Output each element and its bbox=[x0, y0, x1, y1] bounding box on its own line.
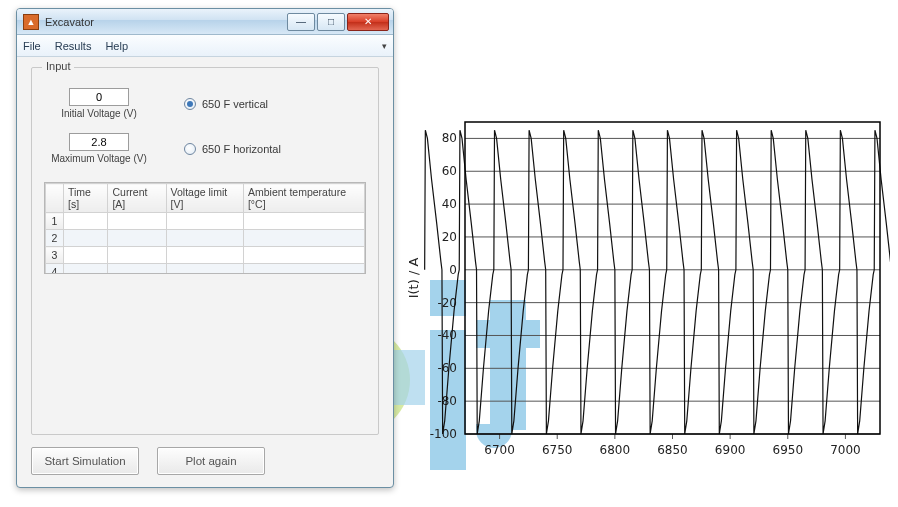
svg-text:6800: 6800 bbox=[600, 443, 631, 457]
minimize-button[interactable]: — bbox=[287, 13, 315, 31]
start-simulation-button[interactable]: Start Simulation bbox=[31, 447, 139, 475]
maximize-button[interactable]: □ bbox=[317, 13, 345, 31]
param-table[interactable]: Time [s]Current [A]Voltage limit [V]Ambi… bbox=[44, 182, 366, 274]
close-button[interactable]: ✕ bbox=[347, 13, 389, 31]
svg-text:0: 0 bbox=[449, 263, 457, 277]
input-group: Input Initial Voltage (V) 650 F vertical bbox=[31, 67, 379, 435]
radio-horizontal-label: 650 F horizontal bbox=[202, 143, 281, 155]
svg-text:6900: 6900 bbox=[715, 443, 746, 457]
svg-text:6850: 6850 bbox=[657, 443, 688, 457]
radio-horizontal[interactable]: 650 F horizontal bbox=[184, 143, 281, 155]
svg-text:7000: 7000 bbox=[830, 443, 861, 457]
app-window: ▲ Excavator — □ ✕ File Results Help ▾ In… bbox=[16, 8, 394, 488]
radio-dot-icon bbox=[184, 98, 196, 110]
radio-vertical-label: 650 F vertical bbox=[202, 98, 268, 110]
window-title: Excavator bbox=[45, 16, 287, 28]
svg-text:80: 80 bbox=[442, 131, 457, 145]
titlebar[interactable]: ▲ Excavator — □ ✕ bbox=[17, 9, 393, 35]
toolbar-overflow-icon[interactable]: ▾ bbox=[382, 41, 387, 51]
current-time-chart: -100-80-60-40-20020406080670067506800685… bbox=[400, 114, 890, 474]
svg-text:-40: -40 bbox=[437, 328, 457, 342]
svg-text:60: 60 bbox=[442, 164, 457, 178]
initial-voltage-label: Initial Voltage (V) bbox=[61, 108, 137, 119]
group-legend: Input bbox=[42, 60, 74, 72]
svg-text:20: 20 bbox=[442, 230, 457, 244]
svg-text:6700: 6700 bbox=[484, 443, 515, 457]
max-voltage-input[interactable] bbox=[69, 133, 129, 151]
svg-text:6950: 6950 bbox=[773, 443, 804, 457]
app-icon: ▲ bbox=[23, 14, 39, 30]
svg-text:-60: -60 bbox=[437, 361, 457, 375]
svg-text:I(t) / A: I(t) / A bbox=[406, 258, 421, 299]
menubar: File Results Help ▾ bbox=[17, 35, 393, 57]
initial-voltage-input[interactable] bbox=[69, 88, 129, 106]
plot-again-button[interactable]: Plot again bbox=[157, 447, 265, 475]
radio-vertical[interactable]: 650 F vertical bbox=[184, 98, 268, 110]
max-voltage-label: Maximum Voltage (V) bbox=[51, 153, 147, 164]
svg-text:40: 40 bbox=[442, 197, 457, 211]
svg-text:6750: 6750 bbox=[542, 443, 573, 457]
menu-help[interactable]: Help bbox=[105, 40, 128, 52]
menu-file[interactable]: File bbox=[23, 40, 41, 52]
menu-results[interactable]: Results bbox=[55, 40, 92, 52]
radio-dot-icon bbox=[184, 143, 196, 155]
